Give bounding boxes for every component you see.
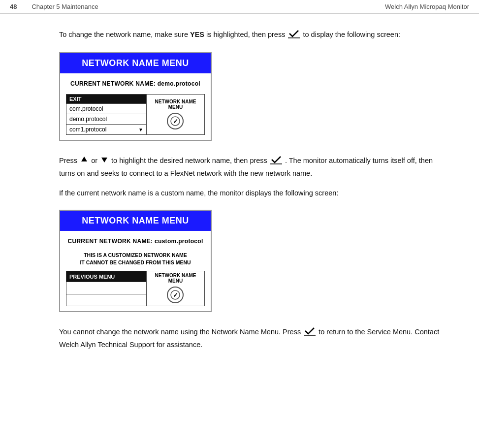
para2-middle: to highlight the desired network name, t… bbox=[111, 157, 269, 165]
screen2-body: CURRENT NETWORK NAME: custom.protocol TH… bbox=[60, 231, 211, 311]
screen1-icon-area: ✓ bbox=[150, 113, 201, 130]
para4-text: You cannot change the network name using… bbox=[59, 328, 303, 336]
check-icon-2 bbox=[270, 155, 282, 167]
screen1-row-2: demo.protocol bbox=[66, 114, 147, 125]
screen2-empty-row-1 bbox=[66, 282, 147, 294]
screen1-right-col: NETWORK NAME MENU ✓ bbox=[146, 95, 204, 135]
screen1-exit-cell: EXIT bbox=[66, 95, 147, 104]
paragraph-1: To change the network name, make sure YE… bbox=[59, 29, 449, 41]
screen1-current-name: CURRENT NETWORK NAME: demo.protocol bbox=[66, 80, 205, 87]
paragraph-2: Press or to highlight the desired networ… bbox=[59, 155, 449, 179]
page-header: 48 Chapter 5 Maintenance Welch Allyn Mic… bbox=[0, 0, 479, 14]
screen2-right-header: NETWORK NAME MENU bbox=[150, 273, 201, 284]
screen1-row-1: com.protocol bbox=[66, 104, 147, 114]
screen1-body: CURRENT NETWORK NAME: demo.protocol EXIT… bbox=[60, 73, 211, 140]
check-icon-1 bbox=[288, 29, 300, 41]
para1-text-before: To change the network name, make sure bbox=[59, 31, 190, 38]
screen2-table: PREVIOUS MENU NETWORK NAME MENU ✓ bbox=[66, 271, 205, 306]
screen2-warning-line2: IT CANNOT BE CHANGED FROM THIS MENU bbox=[66, 259, 205, 266]
para1-yes-bold: YES bbox=[190, 31, 204, 38]
screen2-empty-row-2 bbox=[66, 294, 147, 306]
down-arrow-icon: ▼ bbox=[138, 127, 143, 132]
svg-marker-3 bbox=[81, 157, 87, 161]
paragraph-3: If the current network name is a custom … bbox=[59, 188, 449, 198]
main-content: To change the network name, make sure YE… bbox=[0, 14, 479, 374]
down-arrow-icon-2 bbox=[100, 156, 108, 166]
screen2-enter-icon: ✓ bbox=[167, 287, 184, 303]
svg-text:✓: ✓ bbox=[173, 291, 178, 299]
svg-marker-4 bbox=[101, 158, 107, 162]
screen1-enter-icon: ✓ bbox=[167, 113, 184, 129]
screen1-right-header: NETWORK NAME MENU bbox=[150, 99, 201, 110]
svg-text:✓: ✓ bbox=[173, 118, 178, 125]
screen2-icon-area: ✓ bbox=[150, 287, 201, 304]
screen1-title: NETWORK NAME MENU bbox=[60, 53, 211, 73]
chapter-title: Chapter 5 Maintenance bbox=[32, 3, 98, 10]
screen2-warning-line1: THIS IS A CUSTOMIZED NETWORK NAME bbox=[66, 252, 205, 259]
para1-text-end: to display the following screen: bbox=[301, 31, 400, 38]
screen2-title: NETWORK NAME MENU bbox=[60, 211, 211, 231]
screen-2: NETWORK NAME MENU CURRENT NETWORK NAME: … bbox=[59, 210, 212, 312]
screen2-warning: THIS IS A CUSTOMIZED NETWORK NAME IT CAN… bbox=[66, 252, 205, 266]
check-icon-3 bbox=[304, 326, 316, 339]
screen1-table: EXIT NETWORK NAME MENU ✓ bbox=[66, 94, 205, 135]
screen-1: NETWORK NAME MENU CURRENT NETWORK NAME: … bbox=[59, 52, 212, 141]
screen2-right-col: NETWORK NAME MENU ✓ bbox=[146, 271, 204, 306]
para2-press: Press bbox=[59, 157, 79, 165]
para2-or: or bbox=[91, 157, 99, 165]
page-number: 48 bbox=[10, 3, 17, 10]
screen2-current-name: CURRENT NETWORK NAME: custom.protocol bbox=[66, 238, 205, 245]
paragraph-4: You cannot change the network name using… bbox=[59, 326, 449, 350]
para1-text-mid: is highlighted, then press bbox=[204, 31, 287, 38]
screen2-prev-menu-cell: PREVIOUS MENU bbox=[66, 271, 147, 282]
book-title: Welch Allyn Micropaq Monitor bbox=[385, 3, 469, 10]
up-arrow-icon bbox=[80, 156, 88, 166]
screen1-row-3: com1.protocol ▼ bbox=[66, 125, 147, 135]
